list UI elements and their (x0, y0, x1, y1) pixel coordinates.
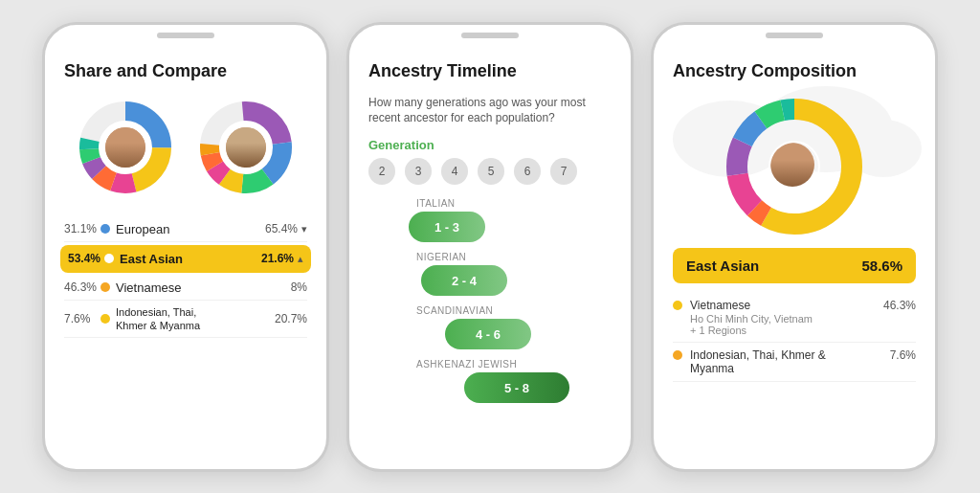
gen-6: 6 (514, 158, 541, 185)
ancestry-list: 31.1% European 65.4% ▾ 53.4% East Asian … (64, 217, 307, 339)
dot-european (100, 224, 110, 234)
avatar-2 (224, 125, 268, 169)
pct-right-vietnamese: 8% (291, 280, 307, 294)
bar-row-italian: 1 - 3 (368, 212, 612, 242)
comp-sub-indonesian: Indonesian, Thai, Khmer &Myanma 7.6% (673, 343, 916, 382)
timeline-subtitle: How many generations ago was your most r… (368, 95, 612, 127)
bar-row-ashkenazi: 5 - 8 (368, 372, 612, 403)
dot-indonesian (100, 314, 110, 324)
bar-ashkenazi: 5 - 8 (464, 372, 569, 403)
east-asian-label: East Asian (686, 258, 759, 274)
comp-avatar (768, 141, 820, 192)
phone-share-compare: Share and Compare (42, 22, 329, 472)
comp-dot-indonesian (673, 350, 682, 360)
gen-label: Generation (368, 138, 612, 152)
pop-label-scandinavian: SCANDINAVIAN (368, 305, 612, 316)
timeline-ashkenazi: ASHKENAZI JEWISH 5 - 8 (368, 359, 612, 403)
donut-1 (73, 95, 178, 200)
bar-nigerian: 2 - 4 (421, 265, 507, 296)
comp-dot-vietnamese (673, 301, 682, 310)
east-asian-pct: 58.6% (861, 258, 902, 274)
donut-2 (193, 95, 299, 200)
label-indonesian: Indonesian, Thai,Khmer & Myanma (116, 305, 271, 333)
gen-5: 5 (478, 158, 504, 185)
gen-numbers: 2 3 4 5 6 7 (368, 158, 612, 185)
bar-row-nigerian: 2 - 4 (368, 265, 612, 296)
row-vietnamese: 46.3% Vietnamese 8% (64, 276, 307, 301)
pct-left-european: 31.1% (64, 222, 100, 235)
comp-sub-vietnamese: Vietnamese Ho Chi Minh City, Vietnam+ 1 … (673, 293, 916, 343)
comp-pct-vietnamese: 46.3% (883, 299, 916, 312)
comp-donut (723, 95, 866, 238)
gen-2: 2 (368, 158, 395, 185)
gen-3: 3 (405, 158, 432, 185)
phone1-title: Share and Compare (64, 61, 307, 81)
pop-label-nigerian: NIGERIAN (368, 252, 612, 262)
arrow-east-asian[interactable]: ▴ (298, 253, 303, 265)
label-european: European (116, 222, 261, 236)
gen-4: 4 (441, 158, 468, 185)
avatar-1 (103, 125, 147, 169)
bar-row-scandinavian: 4 - 6 (368, 319, 612, 349)
row-european: 31.1% European 65.4% ▾ (64, 217, 307, 242)
pct-right-indonesian: 20.7% (275, 312, 307, 325)
pct-left-vietnamese: 46.3% (64, 280, 100, 294)
bar-italian: 1 - 3 (409, 212, 485, 242)
label-vietnamese: Vietnamese (116, 280, 287, 295)
pct-right-east-asian: 21.6% (261, 252, 294, 265)
comp-sub-list: Vietnamese Ho Chi Minh City, Vietnam+ 1 … (673, 293, 916, 382)
gen-7: 7 (550, 158, 577, 185)
east-asian-bar: East Asian 58.6% (673, 248, 916, 283)
label-east-asian: East Asian (120, 252, 257, 266)
pct-left-indonesian: 7.6% (64, 312, 100, 325)
phone2-title: Ancestry Timeline (368, 61, 612, 81)
pop-label-italian: ITALIAN (368, 198, 612, 209)
arrow-european[interactable]: ▾ (301, 223, 307, 235)
timeline-italian: ITALIAN 1 - 3 (368, 198, 612, 242)
comp-pct-indonesian: 7.6% (890, 348, 916, 362)
row-indonesian: 7.6% Indonesian, Thai,Khmer & Myanma 20.… (64, 301, 307, 339)
comp-name-indonesian: Indonesian, Thai, Khmer &Myanma (690, 348, 890, 375)
timeline-nigerian: NIGERIAN 2 - 4 (368, 252, 612, 296)
phone-ancestry-timeline: Ancestry Timeline How many generations a… (346, 22, 634, 472)
row-east-asian: 53.4% East Asian 21.6% ▴ (60, 245, 311, 273)
timeline-scandinavian: SCANDINAVIAN 4 - 6 (368, 305, 612, 349)
phone-ancestry-composition: Ancestry Composition (651, 22, 938, 472)
bar-scandinavian: 4 - 6 (445, 319, 531, 349)
pct-right-european: 65.4% (265, 222, 298, 235)
dot-east-asian (104, 254, 114, 263)
phone3-title: Ancestry Composition (673, 61, 916, 81)
donut-row (64, 95, 307, 200)
pct-left-east-asian: 53.4% (68, 252, 104, 265)
pop-label-ashkenazi: ASHKENAZI JEWISH (368, 359, 612, 370)
comp-name-vietnamese: Vietnamese Ho Chi Minh City, Vietnam+ 1 … (690, 299, 883, 336)
dot-vietnamese (100, 282, 110, 292)
